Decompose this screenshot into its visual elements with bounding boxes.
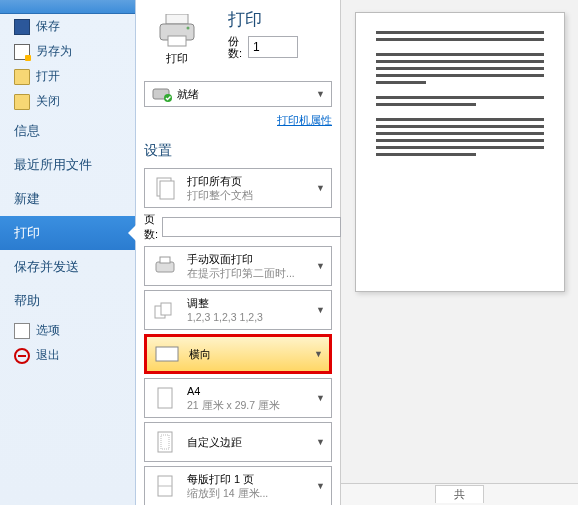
print-title: 打印 (228, 8, 298, 31)
duplex-icon (151, 252, 179, 280)
printer-ready-icon (151, 86, 171, 102)
menu-exit[interactable]: 退出 (0, 343, 135, 368)
svg-rect-2 (168, 36, 186, 46)
save-as-icon (14, 44, 30, 60)
copies-input[interactable] (248, 36, 298, 58)
pages-label: 页数: (144, 212, 158, 242)
menu-help[interactable]: 帮助 (0, 284, 135, 318)
print-button[interactable]: 打印 (144, 8, 210, 71)
folder-close-icon (14, 94, 30, 110)
menu-options[interactable]: 选项 (0, 318, 135, 343)
menu-save-send[interactable]: 保存并发送 (0, 250, 135, 284)
print-settings-panel: 打印 打印 份数: 就绪 ▼ 打印机属性 设置 打印所有页打印 (136, 0, 341, 505)
collate-icon (151, 296, 179, 324)
margins-icon (151, 428, 179, 456)
menu-open[interactable]: 打开 (0, 64, 135, 89)
options-icon (14, 323, 30, 339)
setting-pages-per-sheet[interactable]: 每版打印 1 页缩放到 14 厘米... ▼ (144, 466, 332, 505)
dropdown-arrow-icon: ▼ (316, 89, 325, 99)
menu-save-as[interactable]: 另存为 (0, 39, 135, 64)
exit-icon (14, 348, 30, 364)
printer-properties-link[interactable]: 打印机属性 (144, 113, 332, 128)
svg-rect-7 (160, 181, 174, 199)
menu-new[interactable]: 新建 (0, 182, 135, 216)
landscape-icon (153, 340, 181, 368)
svg-rect-0 (166, 14, 188, 24)
printer-icon (155, 13, 199, 49)
per-sheet-icon (151, 472, 179, 500)
settings-title: 设置 (144, 142, 332, 160)
copies-label: 份数: (228, 35, 242, 59)
setting-collate[interactable]: 调整1,2,3 1,2,3 1,2,3 ▼ (144, 290, 332, 330)
file-menu-sidebar: 保存 另存为 打开 关闭 信息 最近所用文件 新建 打印 保存并发送 帮助 选项… (0, 0, 136, 505)
printer-select[interactable]: 就绪 ▼ (144, 81, 332, 107)
svg-rect-11 (161, 303, 171, 315)
svg-rect-12 (156, 347, 178, 361)
save-icon (14, 19, 30, 35)
preview-footer: 共 (341, 483, 578, 505)
menu-info[interactable]: 信息 (0, 114, 135, 148)
svg-point-3 (187, 27, 190, 30)
menu-close[interactable]: 关闭 (0, 89, 135, 114)
svg-rect-13 (158, 388, 172, 408)
menu-print[interactable]: 打印 (0, 216, 135, 250)
setting-paper-size[interactable]: A421 厘米 x 29.7 厘米 ▼ (144, 378, 332, 418)
ribbon-tab-strip (0, 0, 135, 14)
page-preview (355, 12, 565, 292)
pages-icon (151, 174, 179, 202)
print-preview-panel: 共 (341, 0, 578, 505)
page-count-label: 共 (435, 485, 484, 503)
menu-recent[interactable]: 最近所用文件 (0, 148, 135, 182)
pages-input[interactable] (162, 217, 341, 237)
page-icon (151, 384, 179, 412)
setting-duplex[interactable]: 手动双面打印在提示打印第二面时... ▼ (144, 246, 332, 286)
setting-print-range[interactable]: 打印所有页打印整个文档 ▼ (144, 168, 332, 208)
svg-rect-9 (160, 257, 170, 263)
setting-orientation[interactable]: 横向 ▼ (144, 334, 332, 374)
menu-save[interactable]: 保存 (0, 14, 135, 39)
setting-margins[interactable]: 自定义边距 ▼ (144, 422, 332, 462)
folder-open-icon (14, 69, 30, 85)
